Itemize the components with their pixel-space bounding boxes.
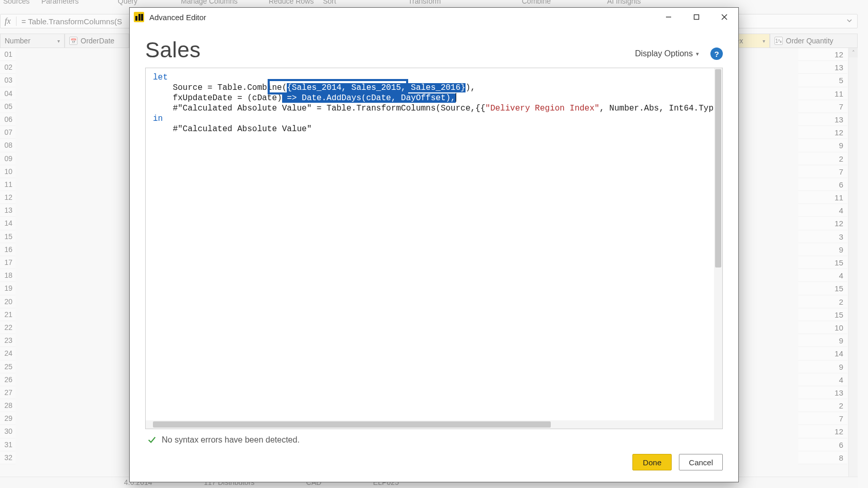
qty-cell: 2 bbox=[798, 399, 847, 412]
qty-cell: 12 bbox=[798, 48, 847, 61]
dialog-buttons: Done Cancel bbox=[130, 445, 738, 482]
syntax-status: No syntax errors have been detected. bbox=[145, 429, 723, 445]
row-number: 06 bbox=[0, 113, 16, 126]
code-editor[interactable]: let Source = Table.Combine({Sales_2014, … bbox=[145, 68, 723, 429]
chevron-down-icon[interactable]: ▾ bbox=[57, 38, 60, 44]
ribbon-group: Reduce Rows bbox=[269, 0, 314, 5]
number-type-icon: 1²₃ bbox=[774, 37, 783, 45]
display-options-label: Display Options bbox=[635, 49, 693, 58]
qty-cell: 15 bbox=[798, 282, 847, 295]
row-number: 30 bbox=[0, 425, 16, 438]
cancel-button[interactable]: Cancel bbox=[679, 454, 723, 470]
maximize-button[interactable] bbox=[683, 8, 710, 26]
qty-cell: 5 bbox=[798, 74, 847, 87]
row-number: 05 bbox=[0, 100, 16, 113]
advanced-editor-dialog: Advanced Editor Sales Display Options ▾ bbox=[129, 7, 739, 482]
qty-cell: 3 bbox=[798, 230, 847, 243]
vertical-scrollbar[interactable]: ˄ bbox=[848, 48, 858, 488]
editor-vertical-scrollbar[interactable] bbox=[714, 68, 722, 429]
row-number: 04 bbox=[0, 87, 16, 100]
col-label: Number bbox=[5, 37, 30, 45]
column-header-order-quantity[interactable]: 1²₃ Order Quantity bbox=[770, 34, 858, 48]
qty-cell: 12 bbox=[798, 217, 847, 230]
row-number: 14 bbox=[0, 217, 16, 230]
row-number: 17 bbox=[0, 256, 16, 269]
qty-cell: 12 bbox=[798, 425, 847, 438]
row-number: 23 bbox=[0, 334, 16, 347]
qty-cell: 4 bbox=[798, 204, 847, 217]
qty-cell: 14 bbox=[798, 347, 847, 360]
row-number: 26 bbox=[0, 373, 16, 386]
qty-cell: 7 bbox=[798, 100, 847, 113]
chevron-down-icon[interactable]: ▾ bbox=[763, 38, 765, 44]
row-number: 18 bbox=[0, 269, 16, 282]
ribbon-group: Sort bbox=[323, 0, 336, 5]
row-number: 21 bbox=[0, 308, 16, 321]
separator bbox=[16, 17, 17, 26]
row-number: 27 bbox=[0, 386, 16, 399]
scroll-up-icon[interactable]: ˄ bbox=[849, 48, 858, 57]
row-number: 31 bbox=[0, 438, 16, 451]
titlebar[interactable]: Advanced Editor bbox=[130, 8, 738, 26]
ribbon-group: AI Insights bbox=[607, 0, 641, 5]
ribbon-group: Transform bbox=[408, 0, 441, 5]
row-number: 16 bbox=[0, 243, 16, 256]
qty-cell: 15 bbox=[798, 256, 847, 269]
kw-in: in bbox=[153, 114, 163, 123]
row-number: 29 bbox=[0, 412, 16, 425]
scroll-thumb[interactable] bbox=[715, 69, 721, 267]
qty-cell: 13 bbox=[798, 61, 847, 74]
code-line: fxUpdateDate = (cDate) bbox=[153, 93, 282, 103]
svg-rect-1 bbox=[694, 15, 699, 20]
modal-body: Sales Display Options ▾ ? let Source = T… bbox=[130, 26, 738, 445]
qty-cell: 11 bbox=[798, 87, 847, 100]
row-number: 11 bbox=[0, 178, 16, 191]
qty-cell: 4 bbox=[798, 269, 847, 282]
order-quantity-cells: 1213511713129276114123915415215109149413… bbox=[798, 48, 847, 464]
qty-cell: 7 bbox=[798, 412, 847, 425]
qty-cell: 4 bbox=[798, 373, 847, 386]
row-number: 13 bbox=[0, 204, 16, 217]
done-button[interactable]: Done bbox=[632, 454, 672, 470]
heading-row: Sales Display Options ▾ ? bbox=[145, 38, 723, 62]
row-number: 10 bbox=[0, 165, 16, 178]
check-icon bbox=[147, 435, 157, 445]
ribbon-group-labels: Sources Parameters Query Manage Columns … bbox=[0, 0, 868, 6]
expand-formula-icon[interactable] bbox=[846, 17, 853, 26]
qty-cell: 9 bbox=[798, 360, 847, 373]
qty-cell: 9 bbox=[798, 243, 847, 256]
code-selection-line2: => Date.AddDays(cDate, DayOffset), bbox=[282, 93, 456, 103]
heading-tools: Display Options ▾ ? bbox=[635, 48, 723, 60]
close-button[interactable] bbox=[710, 8, 738, 26]
display-options-dropdown[interactable]: Display Options ▾ bbox=[635, 49, 699, 58]
scroll-thumb[interactable] bbox=[153, 421, 551, 428]
column-header-number[interactable]: Number ▾ bbox=[0, 34, 65, 48]
formula-text: = Table.TransformColumns(S bbox=[22, 17, 122, 26]
button-label: Cancel bbox=[689, 458, 713, 467]
column-header-orderdate[interactable]: 📅 OrderDate bbox=[65, 34, 129, 48]
row-number: 15 bbox=[0, 230, 16, 243]
minimize-button[interactable] bbox=[655, 8, 683, 26]
chevron-down-icon: ▾ bbox=[696, 51, 699, 57]
qty-cell: 2 bbox=[798, 295, 847, 308]
text-cursor bbox=[456, 93, 456, 102]
qty-cell: 7 bbox=[798, 165, 847, 178]
qty-cell: 11 bbox=[798, 191, 847, 204]
qty-cell: 6 bbox=[798, 178, 847, 191]
code-selection-line1: {Sales_2014, Sales_2015, Sales_2016} bbox=[287, 83, 466, 92]
help-button[interactable]: ? bbox=[710, 48, 723, 60]
row-number: 32 bbox=[0, 451, 16, 464]
code-text[interactable]: let Source = Table.Combine({Sales_2014, … bbox=[146, 68, 723, 138]
row-number: 09 bbox=[0, 152, 16, 165]
fx-icon: fx bbox=[5, 17, 11, 26]
qty-cell: 2 bbox=[798, 152, 847, 165]
kw-let: let bbox=[153, 73, 168, 82]
editor-horizontal-scrollbar[interactable] bbox=[146, 420, 714, 429]
ribbon-group: Sources bbox=[3, 0, 29, 5]
code-line: , Number.Abs, Int64.Type}, { bbox=[599, 104, 723, 113]
code-line: #"Calculated Absolute Value" = Table.Tra… bbox=[153, 104, 485, 113]
row-numbers: 0102030405060708091011121314151617181920… bbox=[0, 48, 16, 464]
code-line: Source = Table.Combine( bbox=[153, 83, 287, 92]
powerbi-icon bbox=[134, 12, 144, 22]
string-literal: "Delivery Region Index" bbox=[485, 104, 599, 113]
